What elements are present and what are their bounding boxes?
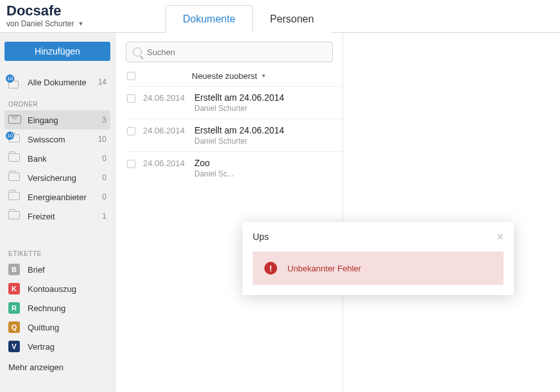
sidebar-folder-versicherung[interactable]: Versicherung0 xyxy=(4,168,110,187)
content-pane: Neueste zuoberst ▼ 24.06.2014Erstellt am… xyxy=(115,33,343,392)
select-all-checkbox[interactable] xyxy=(127,72,135,80)
sidebar-folder-energieanbieter[interactable]: Energieanbieter0 xyxy=(4,187,110,207)
section-tags-title: ETIKETTE xyxy=(4,241,110,260)
sort-label: Neueste zuoberst xyxy=(192,71,257,81)
search-input[interactable] xyxy=(147,47,326,57)
sidebar-folder-eingang[interactable]: Eingang3 xyxy=(4,110,110,130)
sidebar-item-count: 3 xyxy=(95,115,106,124)
folder-icon xyxy=(8,211,21,221)
document-author: Daniel Schurter xyxy=(194,137,284,146)
tag-label: Vertrag xyxy=(28,342,55,352)
add-button[interactable]: Hinzufügen xyxy=(4,42,110,61)
document-icon: 10 xyxy=(8,77,21,87)
chevron-down-icon: ▼ xyxy=(261,73,266,79)
sidebar-item-label: Freizeit xyxy=(28,212,89,221)
sidebar-item-count: 14 xyxy=(95,78,106,87)
error-icon: ! xyxy=(264,262,277,275)
document-row[interactable]: 24.06.2014ZooDaniel Sc... xyxy=(126,151,343,184)
sort-dropdown[interactable]: Neueste zuoberst ▼ xyxy=(192,71,266,81)
tag-kontoauszug[interactable]: KKontoauszug xyxy=(4,279,110,298)
modal-title: Ups xyxy=(253,232,269,242)
inbox-icon xyxy=(8,115,21,125)
brand-block: Docsafe von Daniel Schurter ▼ xyxy=(0,0,115,32)
sidebar-folder-swisscom[interactable]: 10Swisscom10 xyxy=(4,130,110,149)
tag-rechnung[interactable]: RRechnung xyxy=(4,298,110,318)
sidebar-item-label: Eingang xyxy=(28,115,89,125)
folder-icon xyxy=(8,173,21,183)
sidebar-item-label: Swisscom xyxy=(28,135,89,144)
document-row[interactable]: 24.06.2014Erstellt am 24.06.2014Daniel S… xyxy=(126,86,343,119)
tag-letter-box: B xyxy=(8,264,20,275)
tab-persons[interactable]: Personen xyxy=(253,5,332,33)
sidebar-item-label: Versicherung xyxy=(28,173,89,183)
sidebar-item-label: Energieanbieter xyxy=(28,192,89,202)
row-checkbox[interactable] xyxy=(127,127,135,135)
close-icon[interactable]: × xyxy=(496,231,504,243)
row-checkbox[interactable] xyxy=(127,160,135,168)
chevron-down-icon: ▼ xyxy=(78,21,83,27)
tag-letter-box: R xyxy=(8,302,20,314)
document-title: Erstellt am 24.06.2014 xyxy=(194,92,284,103)
tag-letter-box: V xyxy=(8,341,20,352)
sidebar-item-label: Alle Dokumente xyxy=(28,78,89,87)
list-header: Neueste zuoberst ▼ xyxy=(126,62,343,86)
error-modal: Ups × ! Unbekannter Fehler xyxy=(242,222,514,295)
sidebar-item-count: 0 xyxy=(95,192,106,201)
tag-letter-box: Q xyxy=(8,321,20,333)
detail-pane xyxy=(343,33,560,392)
row-checkbox[interactable] xyxy=(127,94,135,103)
show-more-link[interactable]: Mehr anzeigen xyxy=(4,356,110,375)
tag-vertrag[interactable]: VVertrag xyxy=(4,337,110,356)
tag-letter-box: K xyxy=(8,283,20,294)
main-tabs: Dokumente Personen xyxy=(165,4,331,32)
badge-count: 10 xyxy=(6,74,14,83)
error-message: Unbekannter Fehler xyxy=(287,264,361,273)
sidebar-folder-freizeit[interactable]: Freizeit1 xyxy=(4,207,110,226)
folder-icon: 10 xyxy=(8,134,21,144)
document-author: Daniel Schurter xyxy=(194,104,284,113)
sidebar-folder-bank[interactable]: Bank0 xyxy=(4,149,110,168)
sidebar-item-count: 0 xyxy=(95,173,106,182)
sidebar: Hinzufügen 10 Alle Dokumente 14 ORDNER E… xyxy=(0,33,115,392)
badge-count: 10 xyxy=(6,132,14,140)
tag-quittung[interactable]: QQuittung xyxy=(4,318,110,337)
tag-label: Brief xyxy=(28,265,45,275)
tag-label: Kontoauszug xyxy=(28,284,76,294)
document-date: 24.06.2014 xyxy=(143,92,187,103)
owner-label: von Daniel Schurter xyxy=(6,19,74,28)
folder-icon xyxy=(8,153,21,164)
document-date: 24.06.2014 xyxy=(143,158,187,168)
document-row[interactable]: 24.06.2014Erstellt am 24.06.2014Daniel S… xyxy=(126,119,343,151)
owner-dropdown[interactable]: von Daniel Schurter ▼ xyxy=(6,19,109,28)
section-folders-title: ORDNER xyxy=(4,92,110,110)
sidebar-all-documents[interactable]: 10 Alle Dokumente 14 xyxy=(4,72,110,92)
document-title: Erstellt am 24.06.2014 xyxy=(194,125,284,135)
tag-brief[interactable]: BBrief xyxy=(4,260,110,279)
sidebar-item-count: 1 xyxy=(95,212,106,221)
sidebar-item-count: 10 xyxy=(95,135,106,144)
document-date: 24.06.2014 xyxy=(143,125,187,135)
search-box[interactable] xyxy=(126,42,333,62)
tab-documents[interactable]: Dokumente xyxy=(165,5,253,33)
search-icon xyxy=(133,47,142,56)
document-title: Zoo xyxy=(194,158,233,168)
tag-label: Quittung xyxy=(28,323,59,332)
folder-icon xyxy=(8,192,21,202)
app-header: Docsafe von Daniel Schurter ▼ Dokumente … xyxy=(0,0,560,33)
sidebar-item-count: 0 xyxy=(95,154,106,163)
sidebar-item-label: Bank xyxy=(28,154,89,164)
tag-label: Rechnung xyxy=(28,303,65,313)
app-title: Docsafe xyxy=(6,3,109,18)
document-author: Daniel Sc... xyxy=(194,169,233,178)
